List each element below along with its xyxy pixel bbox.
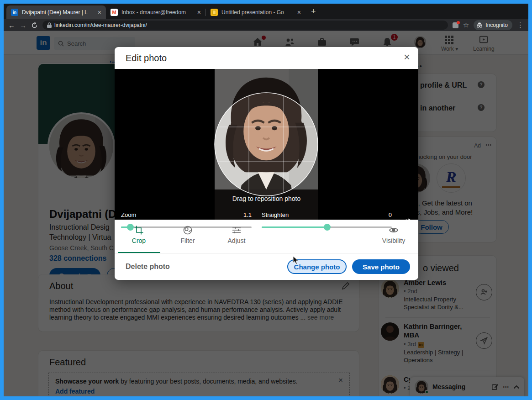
modal-header: Edit photo ×: [115, 47, 418, 69]
slides-favicon-icon: [211, 9, 218, 16]
incognito-icon: [476, 22, 483, 28]
tab-visibility[interactable]: Visibility: [379, 225, 408, 244]
url-text: linkedin.com/in/dee-maurer-dvijapatni/: [54, 22, 147, 28]
tab-crop[interactable]: Crop: [124, 225, 153, 244]
tab-slides[interactable]: Untitled presentation - Go ×: [206, 5, 306, 19]
zoom-value: 1.1: [243, 211, 252, 218]
tab-close-icon[interactable]: ×: [297, 9, 301, 16]
modal-title: Edit photo: [126, 53, 167, 63]
bookmark-star-icon[interactable]: ☆: [463, 21, 469, 29]
linkedin-favicon-icon: in: [11, 9, 18, 16]
drag-hint: Drag to reposition photo: [115, 195, 418, 202]
tab-close-icon[interactable]: ×: [98, 9, 101, 16]
tab-title: Inbox - dmaurer@freedom: [121, 9, 194, 16]
edit-photo-modal: Edit photo ×: [115, 47, 418, 280]
filter-icon: [183, 225, 193, 235]
tab-title: Untitled presentation - Go: [221, 9, 294, 16]
modal-footer: Delete photo Change photo Save photo: [115, 253, 418, 279]
tab-strip: in Dvijapatni (Dee) Maurer | L × M Inbox…: [4, 4, 528, 19]
tab-linkedin[interactable]: in Dvijapatni (Dee) Maurer | L ×: [6, 5, 106, 19]
reload-icon[interactable]: [31, 22, 38, 29]
new-tab-button[interactable]: +: [311, 7, 316, 16]
incognito-badge: Incognito: [474, 20, 512, 30]
browser-menu-icon[interactable]: ⋮: [517, 21, 524, 29]
adjust-sliders-icon: [232, 225, 242, 235]
delete-photo-button[interactable]: Delete photo: [126, 263, 170, 271]
tab-title: Dvijapatni (Dee) Maurer | L: [22, 9, 94, 16]
modal-close-icon[interactable]: ×: [404, 51, 410, 63]
browser-window: in Dvijapatni (Dee) Maurer | L × M Inbox…: [4, 4, 528, 396]
desktop-frame: in Dvijapatni (Dee) Maurer | L × M Inbox…: [0, 0, 532, 400]
lock-icon: [47, 22, 52, 28]
editor-tabs: Crop Filter Adjust Visibility: [115, 220, 418, 253]
mouse-cursor: [293, 256, 299, 265]
zoom-label: Zoom: [121, 211, 136, 218]
active-tab-underline: [118, 252, 160, 253]
tab-close-icon[interactable]: ×: [197, 9, 201, 16]
straighten-label: Straighten: [262, 211, 289, 218]
tab-gmail[interactable]: M Inbox - dmaurer@freedom ×: [106, 5, 205, 19]
browser-toolbar: ← → linkedin.com/in/dee-maurer-dvijapatn…: [4, 19, 528, 31]
tab-filter[interactable]: Filter: [173, 225, 202, 244]
page-viewport: in Search: [4, 31, 528, 396]
save-photo-button[interactable]: Save photo: [352, 259, 410, 274]
straighten-value: 0: [389, 211, 392, 218]
incognito-label: Incognito: [485, 22, 508, 28]
gmail-favicon-icon: M: [111, 9, 118, 16]
extension-icon[interactable]: [453, 22, 458, 28]
tab-adjust[interactable]: Adjust: [222, 225, 251, 244]
photo-editor-canvas[interactable]: Drag to reposition photo Zoom 1.1: [115, 69, 418, 220]
forward-icon[interactable]: →: [20, 21, 26, 29]
crop-icon: [134, 225, 144, 235]
url-bar[interactable]: linkedin.com/in/dee-maurer-dvijapatni/: [42, 21, 448, 30]
eye-icon: [389, 225, 399, 235]
back-icon[interactable]: ←: [8, 21, 15, 29]
